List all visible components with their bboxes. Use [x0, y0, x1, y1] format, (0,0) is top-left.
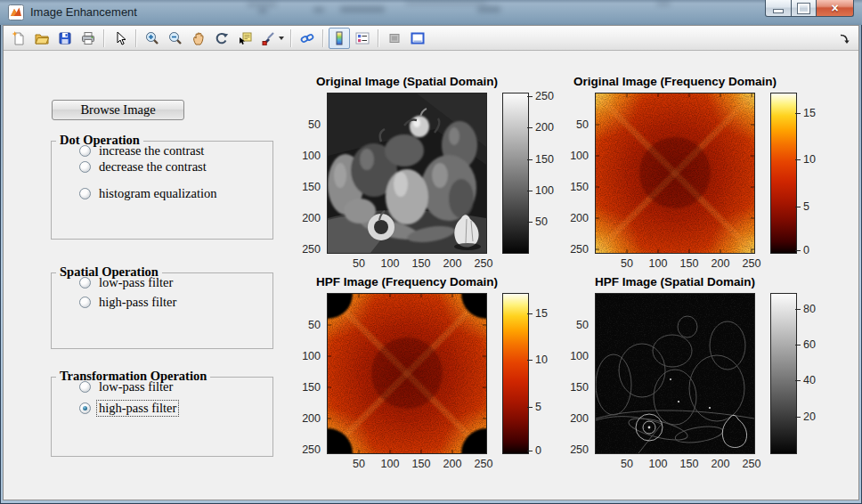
link-plots-button[interactable]: [297, 28, 318, 49]
rotate-3d-button[interactable]: [211, 28, 232, 49]
spatial-operation-panel: Spatial Operation low-pass filter high-p…: [51, 272, 273, 349]
radio-option-histogram-equalization[interactable]: histogram equalization: [79, 184, 218, 202]
open-file-icon: [35, 31, 49, 45]
insert-legend-icon: [355, 31, 370, 45]
x-tick-label: 250: [475, 257, 493, 270]
fft-image: [596, 93, 754, 253]
radio-option-transform-lowpass[interactable]: low-pass filter: [79, 378, 175, 395]
maximize-icon: [798, 4, 809, 13]
hpf-fft-image: [328, 294, 486, 453]
toolbar-separator: [378, 29, 379, 47]
open-file-button[interactable]: [31, 28, 53, 49]
new-figure-button[interactable]: [8, 28, 29, 49]
minimize-icon: [774, 10, 783, 12]
data-cursor-icon: [238, 31, 252, 45]
save-figure-button[interactable]: [54, 28, 76, 49]
plot-title: HPF Image (Spatial Domain): [595, 275, 755, 289]
show-plot-tools-button[interactable]: [407, 28, 428, 49]
toolbar-overflow-icon: [839, 32, 850, 45]
glass-smudge: [258, 8, 267, 13]
x-tick-label: 100: [381, 458, 400, 470]
colorbar-tick-label: 50: [535, 215, 548, 228]
colorbar-tick-label: 100: [535, 184, 554, 197]
colorbar-ticks: 80604020: [803, 294, 841, 453]
radio-button[interactable]: [79, 188, 91, 199]
pan-hand-button[interactable]: [188, 28, 209, 49]
colorbar-gray: [771, 294, 796, 453]
x-tick-label: 250: [743, 257, 761, 270]
brush-data-button[interactable]: [257, 28, 279, 49]
x-axis-ticks: 50100150200250: [328, 257, 486, 272]
y-tick-label: 50: [576, 118, 589, 131]
window-title: Image Enhancement: [30, 5, 137, 19]
y-axis-ticks: 50100150200250: [285, 294, 321, 453]
x-tick-label: 50: [621, 458, 633, 470]
transformation-operation-panel: Transformation Operation low-pass filter…: [51, 377, 273, 457]
x-tick-label: 150: [412, 458, 431, 470]
radio-button[interactable]: [79, 161, 91, 173]
y-tick-label: 150: [302, 381, 321, 394]
toolbar-overflow-button[interactable]: [839, 32, 850, 45]
data-cursor-button[interactable]: [234, 28, 256, 49]
minimize-button[interactable]: [765, 0, 792, 17]
radio-label[interactable]: increase the contrast: [97, 143, 206, 159]
hide-plot-tools-button[interactable]: [384, 28, 405, 49]
plot-hpf-spatial: HPF Image (Spatial Domain): [596, 294, 754, 453]
peppers-image: [328, 93, 486, 253]
print-figure-button[interactable]: [77, 28, 99, 49]
zoom-in-button[interactable]: [142, 28, 163, 49]
colorbar-tick-label: 15: [803, 107, 816, 119]
title-bar[interactable]: Image Enhancement ×: [0, 0, 862, 25]
plot-title: HPF Image (Frequency Domain): [316, 275, 498, 289]
radio-option-transform-highpass[interactable]: high-pass filter: [79, 399, 178, 417]
x-tick-label: 100: [381, 257, 400, 270]
edge-image: [596, 294, 754, 453]
y-tick-label: 200: [302, 412, 321, 425]
insert-colorbar-button[interactable]: [329, 28, 350, 49]
y-tick-label: 150: [570, 181, 589, 193]
radio-option-spatial-highpass[interactable]: high-pass filter: [79, 293, 178, 311]
pointer-button[interactable]: [110, 28, 131, 49]
plot-original-frequency: Original Image (Frequency Domain): [596, 93, 754, 253]
x-tick-label: 250: [743, 458, 761, 470]
radio-label[interactable]: high-pass filter: [97, 295, 178, 310]
colorbar-tick-label: 10: [803, 153, 816, 166]
x-tick-label: 150: [412, 257, 431, 270]
colorbar-tick-label: 5: [535, 401, 541, 413]
radio-button[interactable]: [79, 297, 91, 308]
radio-option-decrease-contrast[interactable]: decrease the contrast: [79, 158, 208, 175]
radio-label[interactable]: decrease the contrast: [97, 159, 208, 175]
browse-image-button[interactable]: Browse Image: [52, 100, 184, 120]
radio-option-spatial-lowpass[interactable]: low-pass filter: [79, 273, 175, 291]
radio-label[interactable]: high-pass filter: [97, 401, 178, 416]
insert-legend-button[interactable]: [352, 28, 373, 49]
colorbar-tick-label: 5: [803, 200, 809, 213]
radio-button[interactable]: [79, 145, 91, 157]
radio-button[interactable]: [79, 277, 91, 289]
pointer-icon: [113, 31, 127, 45]
radio-label[interactable]: low-pass filter: [97, 275, 175, 290]
colorbar-tick-label: 0: [803, 244, 809, 256]
y-tick-label: 250: [302, 443, 321, 456]
colorbar-tick-label: 20: [803, 411, 816, 423]
x-tick-label: 100: [649, 257, 668, 270]
maximize-button[interactable]: [792, 0, 817, 17]
insert-colorbar-icon: [332, 31, 346, 45]
x-tick-label: 200: [443, 458, 462, 470]
radio-label[interactable]: histogram equalization: [97, 186, 218, 201]
radio-button[interactable]: [79, 381, 91, 393]
plot-title: Original Image (Spatial Domain): [316, 75, 498, 88]
glass-smudge: [656, 2, 671, 5]
pan-hand-icon: [191, 31, 206, 45]
y-tick-label: 150: [302, 181, 321, 193]
radio-label[interactable]: low-pass filter: [97, 379, 175, 394]
dropdown-caret-icon[interactable]: [279, 37, 284, 40]
close-button[interactable]: ×: [817, 0, 854, 17]
x-tick-label: 100: [649, 458, 668, 470]
zoom-out-button[interactable]: [165, 28, 186, 49]
x-tick-label: 50: [353, 257, 365, 270]
radio-button[interactable]: [79, 402, 91, 414]
colorbar-tick-label: 40: [803, 374, 816, 386]
y-axis-ticks: 50100150200250: [553, 93, 589, 253]
radio-option-increase-contrast[interactable]: increase the contrast: [79, 142, 206, 159]
